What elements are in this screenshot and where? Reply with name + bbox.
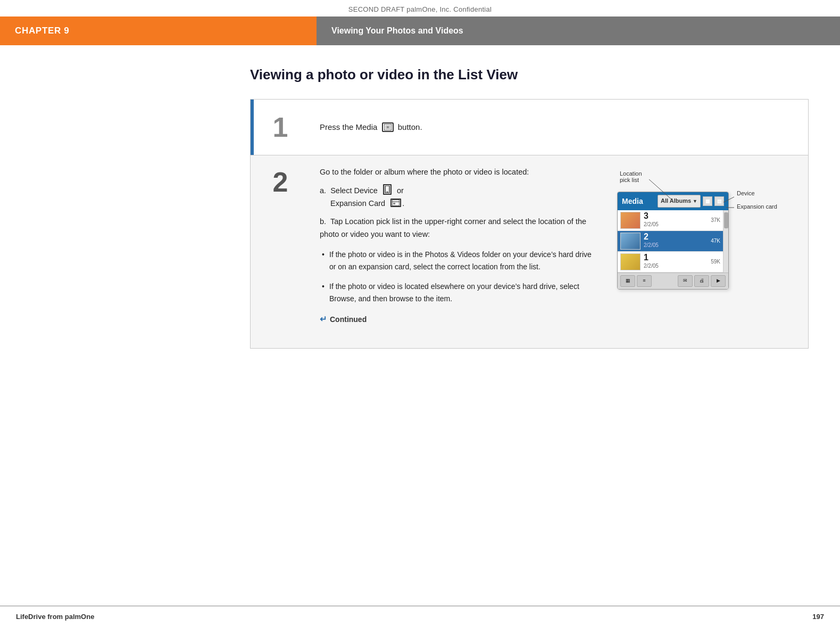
step-1-text: Press the Media <box>320 121 377 134</box>
svg-rect-7 <box>393 203 395 204</box>
svg-line-10 <box>649 179 673 201</box>
step-2-intro: Go to the folder or album where the phot… <box>320 166 598 179</box>
chapter-label: CHAPTER 9 <box>0 16 317 45</box>
step-2-sub-a: a. Select Device or Expansion Card <box>320 184 598 210</box>
svg-line-12 <box>723 197 734 202</box>
svg-text:Expansion card: Expansion card <box>737 203 777 210</box>
steps-container: 1 Press the Media button. 2 <box>250 99 809 349</box>
step-1-number: 1 <box>254 100 307 155</box>
device-annotation-area: Location pick list Device Expansion card <box>614 166 795 336</box>
watermark: SECOND DRAFT palmOne, Inc. Confidential <box>0 0 840 16</box>
chapter-title: Viewing Your Photos and Videos <box>317 16 840 45</box>
section-title: Viewing a photo or video in the List Vie… <box>250 67 840 83</box>
sub-a-text: Select Device <box>330 186 378 195</box>
main-content: Viewing a photo or video in the List Vie… <box>0 45 840 370</box>
step-2-number: 2 <box>254 155 307 210</box>
sub-a-label: a. <box>320 186 326 195</box>
header-bar: CHAPTER 9 Viewing Your Photos and Videos <box>0 16 840 45</box>
sub-b-text: Tap Location pick list in the upper-righ… <box>320 217 586 238</box>
continued-arrow-icon: ↵ <box>320 312 327 326</box>
bullet-list: If the photo or video is in the Photos &… <box>320 249 598 305</box>
step-2-sub-b: b. Tap Location pick list in the upper-r… <box>320 216 598 241</box>
svg-point-2 <box>387 126 389 128</box>
step-2-inner: Go to the folder or album where the phot… <box>320 166 795 336</box>
continued-label: ↵ Continued <box>320 312 598 326</box>
step-2-row: 2 Go to the folder or album where the ph… <box>251 155 808 348</box>
footer-left: LifeDrive from palmOne <box>16 613 94 621</box>
page-footer: LifeDrive from palmOne 197 <box>0 606 840 627</box>
svg-text:pick list: pick list <box>620 177 639 183</box>
bullet-item-1: If the photo or video is in the Photos &… <box>320 249 598 273</box>
svg-rect-4 <box>386 192 388 193</box>
sub-a-middle: or <box>397 186 404 195</box>
svg-text:Location: Location <box>620 170 642 177</box>
step-2-content: Go to the folder or album where the phot… <box>307 155 808 348</box>
bullet-item-2: If the photo or video is located elsewhe… <box>320 280 598 305</box>
step-1-text-suffix: button. <box>398 121 422 134</box>
sub-b-label: b. <box>320 217 326 226</box>
footer-right: 197 <box>812 613 824 621</box>
media-button-icon <box>382 122 394 132</box>
sub-a-text2: Expansion Card <box>320 199 385 208</box>
expansion-card-icon <box>390 199 401 207</box>
step-2-text: Go to the folder or album where the phot… <box>320 166 598 336</box>
step-1-row: 1 Press the Media button. <box>251 100 808 155</box>
device-icon <box>383 184 392 195</box>
step-1-content: Press the Media button. <box>307 100 808 155</box>
callout-lines-svg: Location pick list Device Expansion card <box>614 166 795 336</box>
svg-text:Device: Device <box>737 190 755 196</box>
continued-text: Continued <box>330 314 367 325</box>
